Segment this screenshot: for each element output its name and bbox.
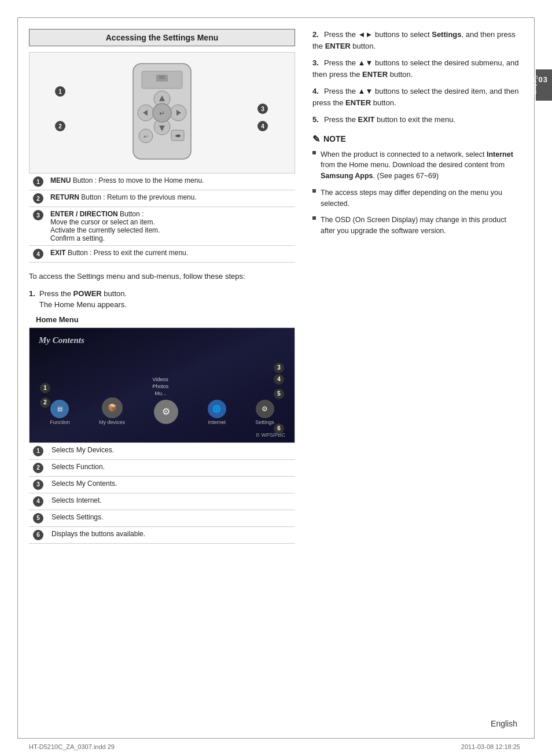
hm-num-2: 2 [33,463,43,473]
hm-num-6: 6 [33,530,43,540]
my-devices-icon: 📦 [102,397,123,418]
chapter-number: 03 [539,75,548,84]
remote-buttons-table: 1 MENU Button : Press to move to the Hom… [29,174,295,263]
home-menu-bar: ▤ Function 📦 My devices ⚙ 🌐 Internet [30,397,295,425]
enter-button-desc: ENTER / DIRECTION Button : Move the curs… [46,207,295,246]
page-border-left [17,17,18,739]
note-title: ✎ NOTE [312,134,520,145]
side-tab: 03 Setup [536,69,552,101]
remote-illustration: ↵ ↩ ◀■ 1 2 3 4 [29,52,295,174]
remote-callout-2: 2 [55,121,65,131]
hm-desc-3: Selects My Contents. [47,476,295,493]
footer-left: HT-D5210C_ZA_0307.indd 29 [29,743,115,750]
return-button-desc: RETURN Button : Return to the previous m… [46,190,295,207]
hm-callout-2: 2 [40,397,50,408]
settings-icon: ⚙ [256,400,274,418]
hm-desc-1: Selects My Devices. [47,443,295,460]
step-1: 1. Press the POWER button. The Home Menu… [29,288,295,311]
hm-callout-3: 3 [274,363,284,373]
stacked-content-items: Videos Photos Mu... [152,377,168,396]
note-text-2: The access steps may differ depending on… [321,187,520,209]
page-border-top [17,17,535,18]
hm-num-5: 5 [33,513,43,523]
menu-button-desc: MENU Button : Press to move to the Home … [46,174,295,190]
page-border-bottom [17,738,535,739]
table-row: 3 Selects My Contents. [29,476,295,493]
hm-callout-1: 1 [40,383,50,393]
step-4: 4. Press the ▲▼ buttons to select the de… [312,86,520,108]
home-menu-inner: My Contents Videos Photos Mu... ▤ Functi… [30,328,295,442]
steps-intro: To access the Settings menu and sub-menu… [29,271,295,282]
bullet-2 [312,189,316,193]
exit-button-desc: EXIT Button : Press to exit the current … [46,246,295,263]
bullet-1 [312,151,316,154]
hm-desc-5: Selects Settings. [47,510,295,526]
music-label: Mu... [152,390,168,396]
footer: HT-D5210C_ZA_0307.indd 29 2011-03-08 12:… [29,743,520,750]
hm-callout-6: 6 [274,423,284,434]
remote-callout-4: 4 [257,121,268,131]
hm-num-3: 3 [33,480,43,490]
note-item-1: When the product is connected to a netwo… [312,149,520,182]
internet-icon: 🌐 [208,400,226,418]
function-item: ▤ Function [50,400,70,425]
callout-2: 2 [33,193,43,204]
hm-desc-2: Selects Function. [47,459,295,476]
section-title: Accessing the Settings Menu [29,29,295,46]
svg-text:↵: ↵ [159,109,165,117]
content-area: Accessing the Settings Menu [29,29,520,727]
note-item-2: The access steps may differ depending on… [312,187,520,209]
step-3: 3. Press the ▲▼ buttons to select the de… [312,57,520,80]
hm-callout-5: 5 [274,389,284,399]
step-5: 5. Press the EXIT button to exit the men… [312,114,520,126]
svg-text:↩: ↩ [143,134,148,139]
remote-svg: ↵ ↩ ◀■ [98,61,226,165]
note-item-3: The OSD (On Screen Display) may change i… [312,215,520,237]
table-row: 4 Selects Internet. [29,493,295,510]
table-row: 1 Selects My Devices. [29,443,295,460]
settings-active-item: ⚙ [154,400,178,425]
svg-text:◀■: ◀■ [175,133,181,138]
callout-1: 1 [33,176,43,187]
left-column: Accessing the Settings Menu [29,29,307,727]
note-text-3: The OSD (On Screen Display) may change i… [321,215,520,237]
table-row: 5 Selects Settings. [29,510,295,526]
right-column: 2. Press the ◄► buttons to select Settin… [307,29,520,727]
table-row: 6 Displays the buttons available. [29,526,295,543]
home-menu-label: Home Menu [36,315,295,324]
my-contents-title: My Contents [39,335,84,345]
hm-num-4: 4 [33,496,43,507]
table-row: 1 MENU Button : Press to move to the Hom… [29,174,295,190]
note-text-1: When the product is connected to a netwo… [321,149,520,182]
center-icon: ⚙ [154,400,178,424]
note-section: ✎ NOTE When the product is connected to … [312,134,520,237]
footer-right: 2011-03-08 12:18:25 [461,743,520,750]
chapter-title: Setup [532,75,539,95]
remote-callout-1: 1 [55,86,65,97]
note-label: NOTE [323,134,346,143]
home-menu-screenshot: My Contents Videos Photos Mu... ▤ Functi… [29,327,295,443]
table-row: 2 RETURN Button : Return to the previous… [29,190,295,207]
table-row: 3 ENTER / DIRECTION Button : Move the cu… [29,207,295,246]
callout-4: 4 [33,249,43,259]
callout-3: 3 [33,210,43,220]
hm-num-1: 1 [33,446,43,456]
videos-label: Videos [152,377,168,382]
hm-desc-4: Selects Internet. [47,493,295,510]
bullet-3 [312,216,316,220]
function-icon: ▤ [50,400,69,418]
hm-callout-4: 4 [274,374,284,385]
page-border-right [534,17,535,739]
note-icon: ✎ [312,134,320,145]
photos-label: Photos [152,383,168,389]
step-2: 2. Press the ◄► buttons to select Settin… [312,29,520,51]
settings-item: ⚙ Settings [255,400,274,425]
table-row: 4 EXIT Button : Press to exit the curren… [29,246,295,263]
table-row: 2 Selects Function. [29,459,295,476]
language-label: English [491,719,517,728]
hm-desc-6: Displays the buttons available. [47,526,295,543]
home-menu-table: 1 Selects My Devices. 2 Selects Function… [29,443,295,544]
my-devices-item: 📦 My devices [99,397,125,425]
remote-callout-3: 3 [257,104,268,114]
internet-item: 🌐 Internet [208,400,226,425]
